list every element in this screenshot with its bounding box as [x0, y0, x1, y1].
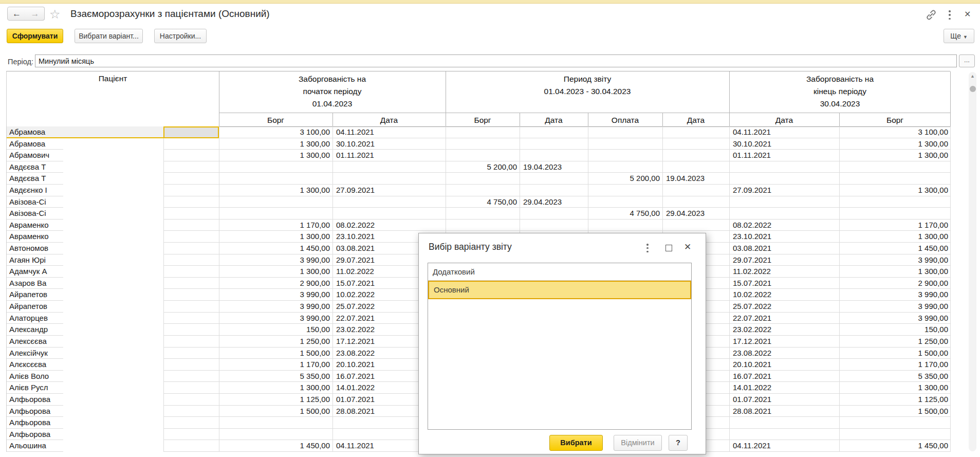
- patient-name-cell: Агаян Юрі: [7, 254, 63, 266]
- patient-name-cell: Авдєєнко І: [7, 185, 63, 196]
- patient-name-cell: Авраменко: [7, 231, 63, 243]
- table-row[interactable]: Авізова-Сі4 750,0029.04.2023: [7, 208, 951, 220]
- patient-name-cell: Алексійчук: [7, 348, 63, 359]
- data-cell: 3 100,00: [219, 126, 332, 138]
- patient-name-cell: Александр: [7, 324, 63, 336]
- selected-cell[interactable]: [163, 126, 219, 138]
- vertical-scrollbar[interactable]: ▲: [969, 72, 976, 451]
- table-row[interactable]: Абрамович1 300,0001.11.202101.11.20211 3…: [7, 150, 951, 161]
- sub-header-3: Дата: [520, 114, 588, 126]
- data-cell: [662, 126, 729, 138]
- choose-variant-button[interactable]: Вибрати варіант...: [75, 29, 143, 43]
- patient-gap-cell: [63, 254, 163, 266]
- table-row[interactable]: Авдєєва Т5 200,0019.04.2023: [7, 161, 951, 173]
- data-cell: 1 300,00: [219, 185, 332, 196]
- back-button[interactable]: ←: [7, 7, 26, 21]
- table-row[interactable]: Авдєєнко І1 300,0027.09.202127.09.20211 …: [7, 185, 951, 196]
- data-cell: 1 500,00: [839, 348, 951, 359]
- patient-gap-cell: [63, 313, 163, 324]
- data-cell: 1 300,00: [219, 266, 332, 278]
- chain-glyph: [925, 9, 937, 21]
- period-input[interactable]: [35, 54, 957, 67]
- patient-extra-cell: [163, 371, 219, 382]
- data-cell: 08.02.2022: [729, 220, 839, 231]
- data-cell: [520, 138, 588, 150]
- table-row[interactable]: Авдєєва Т5 200,0019.04.2023: [7, 173, 951, 185]
- generate-button[interactable]: Сформувати: [7, 29, 63, 43]
- patient-gap-cell: [63, 371, 163, 382]
- data-cell: 27.09.2021: [332, 185, 446, 196]
- data-cell: 1 300,00: [219, 150, 332, 161]
- patient-extra-cell: [163, 138, 219, 150]
- data-cell: 1 125,00: [839, 394, 951, 406]
- patient-extra-cell: [163, 406, 219, 417]
- more-menu-kebab-icon[interactable]: [948, 10, 951, 20]
- column-header-patient: Пацієнт: [7, 74, 219, 83]
- data-cell: [219, 208, 332, 220]
- dialog-kebab-icon[interactable]: [646, 244, 649, 252]
- patient-extra-cell: [163, 336, 219, 348]
- patient-name-cell: Алаторцев: [7, 313, 63, 324]
- patient-gap-cell: [63, 231, 163, 243]
- patient-name-cell: Айрапетов: [7, 301, 63, 313]
- data-cell: 4 750,00: [588, 208, 662, 220]
- data-cell: 04.11.2021: [729, 126, 839, 138]
- data-cell: 3 100,00: [839, 126, 951, 138]
- sub-header-6: Дата: [729, 114, 839, 126]
- data-cell: [839, 208, 951, 220]
- data-cell: 29.04.2023: [662, 208, 729, 220]
- patient-gap-cell: [63, 266, 163, 278]
- data-cell: [520, 126, 588, 138]
- scrollbar-thumb[interactable]: [970, 86, 976, 92]
- data-cell: 1 300,00: [839, 231, 951, 243]
- patient-gap-cell: [63, 243, 163, 254]
- patient-gap-cell: [63, 208, 163, 220]
- patient-gap-cell: [63, 150, 163, 161]
- data-cell: 1 170,00: [839, 220, 951, 231]
- dialog-cancel-button[interactable]: Відмінити: [614, 435, 662, 451]
- patient-gap-cell: [63, 173, 163, 185]
- dialog-maximize-icon[interactable]: [665, 245, 672, 251]
- sub-header-2: Борг: [446, 114, 520, 126]
- forward-button[interactable]: →: [26, 7, 45, 21]
- data-cell: [729, 417, 839, 429]
- data-cell: [662, 185, 729, 196]
- close-icon[interactable]: ✕: [964, 9, 971, 19]
- scroll-up-icon[interactable]: ▲: [969, 74, 976, 79]
- period-ellipsis-button[interactable]: ...: [959, 54, 975, 67]
- data-cell: 23.08.2022: [729, 348, 839, 359]
- variant-item-0[interactable]: Додатковий: [428, 263, 691, 281]
- data-cell: 1 450,00: [839, 440, 951, 452]
- patient-name-cell: Абрамова: [7, 138, 63, 150]
- data-cell: 1 450,00: [219, 243, 332, 254]
- data-cell: 27.09.2021: [729, 185, 839, 196]
- variant-item-1[interactable]: Основний: [428, 281, 691, 299]
- data-cell: 1 500,00: [219, 348, 332, 359]
- data-cell: [520, 208, 588, 220]
- data-cell: [332, 196, 446, 208]
- dialog-close-icon[interactable]: ✕: [684, 242, 691, 252]
- dialog-select-button[interactable]: Вибрати: [549, 435, 603, 451]
- data-cell: 03.08.2021: [729, 243, 839, 254]
- table-row[interactable]: Авізова-Сі4 750,0029.04.2023: [7, 196, 951, 208]
- favorite-star-icon[interactable]: ☆: [49, 7, 61, 22]
- table-row[interactable]: Абрамова1 300,0030.10.202130.10.20211 30…: [7, 138, 951, 150]
- data-cell: [219, 196, 332, 208]
- patient-gap-cell: [63, 278, 163, 289]
- link-icon[interactable]: [925, 9, 937, 21]
- table-row[interactable]: Авраменко1 170,0008.02.202208.02.20221 1…: [7, 220, 951, 231]
- data-cell: 1 125,00: [219, 394, 332, 406]
- table-row[interactable]: Абрамова3 100,0004.11.202104.11.20213 10…: [7, 126, 951, 138]
- patient-name-cell: Альошина: [7, 440, 63, 452]
- data-cell: 1 170,00: [839, 359, 951, 371]
- patient-gap-cell: [63, 359, 163, 371]
- sub-header-1: Дата: [332, 114, 446, 126]
- patient-extra-cell: [163, 220, 219, 231]
- settings-button[interactable]: Настройки...: [154, 29, 207, 43]
- dialog-help-button[interactable]: ?: [669, 435, 688, 451]
- data-cell: 14.01.2022: [729, 382, 839, 394]
- data-cell: 15.07.2021: [729, 278, 839, 289]
- more-button[interactable]: Ще ▼: [944, 29, 974, 43]
- patient-gap-cell: [63, 429, 163, 441]
- patient-extra-cell: [163, 185, 219, 196]
